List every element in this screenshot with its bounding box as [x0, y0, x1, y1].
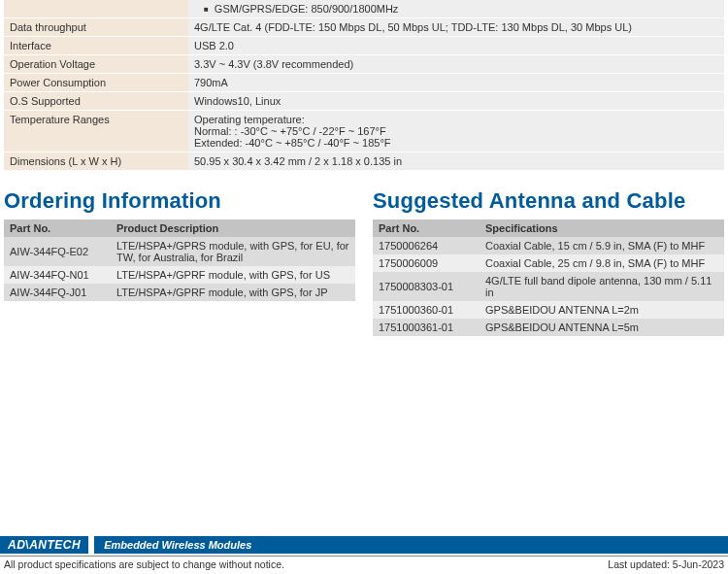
- antenna-spec: 4G/LTE full band dipole antenna, 130 mm …: [480, 272, 724, 301]
- table-row: 1751000360-01 GPS&BEIDOU ANTENNA L=2m: [373, 301, 724, 319]
- antenna-pn: 1750006264: [373, 237, 480, 254]
- table-row: 1750008303-01 4G/LTE full band dipole an…: [373, 272, 724, 301]
- ordering-pn: AIW-344FQ-E02: [4, 237, 111, 266]
- ordering-title: Ordering Information: [4, 188, 355, 214]
- spec-value: 4G/LTE Cat. 4 (FDD-LTE: 150 Mbps DL, 50 …: [188, 18, 724, 37]
- table-row: AIW-344FQ-N01 LTE/HSPA+/GPRF module, wit…: [4, 266, 355, 284]
- ordering-header-desc: Product Description: [111, 219, 355, 237]
- table-row: AIW-344FQ-J01 LTE/HSPA+/GPRF module, wit…: [4, 284, 355, 301]
- ordering-desc: LTE/HSPA+/GPRF module, with GPS, for JP: [111, 284, 355, 301]
- spec-label-temperature: Temperature Ranges: [4, 111, 188, 152]
- ordering-pn: AIW-344FQ-J01: [4, 284, 111, 301]
- footer-updated: Last updated: 5-Jun-2023: [608, 558, 724, 570]
- spec-bullet-gsm: GSM/GPRS/EDGE: 850/900/1800MHz: [194, 3, 398, 15]
- spec-value-dimensions: 50.95 x 30.4 x 3.42 mm / 2 x 1.18 x 0.13…: [188, 152, 724, 171]
- antenna-spec: GPS&BEIDOU ANTENNA L=2m: [480, 301, 724, 319]
- antenna-header-spec: Specifications: [480, 219, 724, 237]
- antenna-spec: Coaxial Cable, 25 cm / 9.8 in, SMA (F) t…: [480, 254, 724, 272]
- table-row: AIW-344FQ-E02 LTE/HSPA+/GPRS module, wit…: [4, 237, 355, 266]
- spec-value: 3.3V ~ 4.3V (3.8V recommended): [188, 55, 724, 74]
- antenna-spec: Coaxial Cable, 15 cm / 5.9 in, SMA (F) t…: [480, 237, 724, 254]
- spec-value-temperature: Operating temperature: Normal: : -30°C ~…: [188, 111, 724, 152]
- ordering-pn: AIW-344FQ-N01: [4, 266, 111, 284]
- spec-value: USB 2.0: [188, 37, 724, 55]
- ordering-table: Part No. Product Description AIW-344FQ-E…: [4, 219, 355, 301]
- table-row: 1751000361-01 GPS&BEIDOU ANTENNA L=5m: [373, 319, 724, 336]
- antenna-header-pn: Part No.: [373, 219, 480, 237]
- spec-label: Interface: [4, 37, 188, 55]
- table-row: 1750006009 Coaxial Cable, 25 cm / 9.8 in…: [373, 254, 724, 272]
- spec-label: Data throughput: [4, 18, 188, 37]
- antenna-pn: 1751000361-01: [373, 319, 480, 336]
- spec-label: Operation Voltage: [4, 55, 188, 74]
- antenna-pn: 1750006009: [373, 254, 480, 272]
- antenna-pn: 1751000360-01: [373, 301, 480, 319]
- antenna-pn: 1750008303-01: [373, 272, 480, 301]
- spec-label: O.S Supported: [4, 92, 188, 111]
- antenna-title: Suggested Antenna and Cable: [373, 188, 724, 214]
- ordering-desc: LTE/HSPA+/GPRF module, with GPS, for US: [111, 266, 355, 284]
- antenna-spec: GPS&BEIDOU ANTENNA L=5m: [480, 319, 724, 336]
- page-footer: AD\ANTECH Embedded Wireless Modules All …: [0, 536, 728, 574]
- ordering-header-pn: Part No.: [4, 219, 111, 237]
- spec-label: Power Consumption: [4, 74, 188, 92]
- brand-logo: AD\ANTECH: [0, 536, 88, 554]
- brand-category: Embedded Wireless Modules: [94, 536, 728, 554]
- spec-value: 790mA: [188, 74, 724, 92]
- table-row: 1750006264 Coaxial Cable, 15 cm / 5.9 in…: [373, 237, 724, 254]
- spec-table: GSM/GPRS/EDGE: 850/900/1800MHz Data thro…: [4, 0, 724, 171]
- spec-value: Windows10, Linux: [188, 92, 724, 111]
- ordering-desc: LTE/HSPA+/GPRS module, with GPS, for EU,…: [111, 237, 355, 266]
- antenna-table: Part No. Specifications 1750006264 Coaxi…: [373, 219, 724, 336]
- spec-label-dimensions: Dimensions (L x W x H): [4, 152, 188, 171]
- footer-disclaimer: All product specifications are subject t…: [4, 558, 284, 570]
